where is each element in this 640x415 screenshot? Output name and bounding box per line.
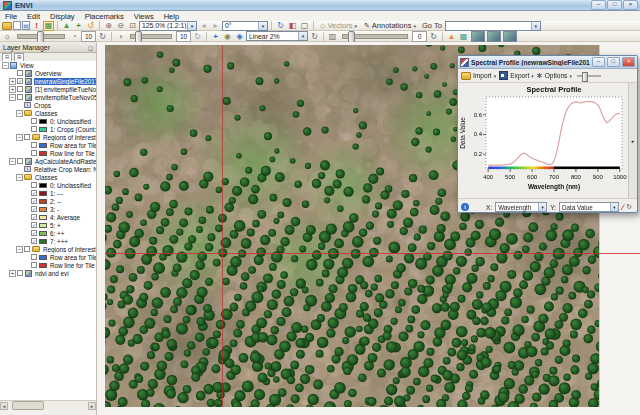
layer-checkbox[interactable]: ✓ <box>31 198 37 204</box>
layer-tree-item[interactable]: ✓5: + <box>0 221 96 229</box>
spectral-close-icon[interactable]: × <box>622 57 635 67</box>
pin-icon[interactable]: ◻ <box>88 44 93 51</box>
contrast-slider[interactable] <box>130 34 172 39</box>
zoom-next-icon[interactable]: ▸ <box>210 21 221 31</box>
vectors-button[interactable]: ◇Vectors▾ <box>317 21 360 30</box>
transparency-slider-thumb[interactable] <box>348 31 355 43</box>
edit-plot-pencil-icon[interactable]: ∕ <box>622 203 623 212</box>
chevron-down-icon[interactable]: ▾ <box>298 32 307 40</box>
expander-minus-icon[interactable]: − <box>2 62 9 69</box>
layer-checkbox[interactable]: ✓ <box>31 190 37 196</box>
maximize-icon[interactable]: □ <box>607 0 622 10</box>
zoom-level-combo[interactable]: 125.0% (1.2:1)▾ <box>139 21 197 31</box>
layer-tree-item[interactable]: Row line for Tile 1 <box>0 261 96 269</box>
pan-tool-icon[interactable]: + <box>73 21 84 31</box>
import-button[interactable]: Import ▾ <box>461 72 496 80</box>
expander-minus-icon[interactable]: − <box>16 174 23 181</box>
layer-tree-item[interactable]: Overview <box>0 69 96 77</box>
zoom-out-icon[interactable]: ⊖ <box>115 21 126 31</box>
x-axis-select[interactable]: Wavelength ▾ <box>495 202 547 212</box>
layer-tree-item[interactable]: −Classes <box>0 173 96 181</box>
layer-checkbox[interactable] <box>17 70 23 76</box>
y-axis-select[interactable]: Data Value ▾ <box>559 202 619 212</box>
layer-checkbox[interactable]: ✓ <box>31 206 37 212</box>
rotation-combo[interactable]: 0°▾ <box>222 21 268 31</box>
transparency-slider[interactable] <box>342 34 408 39</box>
tree-horizontal-scrollbar[interactable]: ◂ ▸ <box>0 400 96 410</box>
chevron-down-icon[interactable]: ▾ <box>531 22 540 30</box>
refresh-plot-icon[interactable]: ↻ <box>626 203 632 211</box>
layer-checkbox[interactable]: ✓ <box>31 230 37 236</box>
menu-display[interactable]: Display <box>45 12 80 21</box>
flicker-icon[interactable]: ◧ <box>287 21 298 31</box>
scroll-right-icon[interactable]: ▸ <box>88 402 96 410</box>
contrast-slider-thumb[interactable] <box>135 31 142 43</box>
transparency-icon[interactable]: ▨ <box>327 31 338 41</box>
fly-tool-icon[interactable]: ▲ <box>61 21 72 31</box>
layer-checkbox[interactable] <box>31 150 37 156</box>
plot-side-gutter[interactable]: ▸ <box>628 83 637 198</box>
layer-tree-item[interactable]: −AgCalculateAndRasterizeCr... <box>0 157 96 165</box>
zoom-prev-icon[interactable]: ◂ <box>198 21 209 31</box>
minimize-icon[interactable]: – <box>591 0 606 10</box>
brightness-slider[interactable] <box>17 34 65 39</box>
menu-file[interactable]: File <box>0 12 22 21</box>
info-icon[interactable]: i <box>461 203 469 211</box>
layer-tree-item[interactable]: +ndvi and evi <box>0 269 96 277</box>
layer-checkbox[interactable] <box>17 158 23 164</box>
layer-tree-item[interactable]: 0: Unclassified <box>0 181 96 189</box>
menu-placemarks[interactable]: Placemarks <box>80 12 129 21</box>
layer-tree-item[interactable]: +✓newrawSingleFile20170726112903_ <box>0 77 96 85</box>
layer-tree-item[interactable]: ✓2: -- <box>0 197 96 205</box>
expander-plus-icon[interactable]: + <box>9 78 16 85</box>
expander-minus-icon[interactable]: − <box>16 134 23 141</box>
layer-checkbox[interactable] <box>24 246 30 252</box>
expander-minus-icon[interactable]: − <box>9 158 16 165</box>
layer-tree-item[interactable]: 0: Unclassified <box>0 117 96 125</box>
layer-checkbox[interactable] <box>24 134 30 140</box>
menu-views[interactable]: Views <box>129 12 159 21</box>
layer-tree-item[interactable]: −Classes <box>0 109 96 117</box>
layer-checkbox[interactable] <box>31 182 37 188</box>
layer-checkbox[interactable]: ✓ <box>31 214 37 220</box>
annotations-button[interactable]: ✎Annotations▾ <box>361 21 419 30</box>
image-display-icon[interactable]: ▦ <box>43 21 54 31</box>
layer-tree-item[interactable]: Crops <box>0 101 96 109</box>
ramp-icon[interactable]: ▲ <box>446 31 457 41</box>
layer-checkbox[interactable] <box>31 126 37 132</box>
layer-tree-item[interactable]: ✓7: +++ <box>0 237 96 245</box>
expander-minus-icon[interactable]: − <box>16 246 23 253</box>
contrast-icon[interactable]: ◑ <box>115 31 126 41</box>
layer-checkbox[interactable]: ✓ <box>31 238 37 244</box>
layer-tree-item[interactable]: −envitempfileTueNov0520434... <box>0 93 96 101</box>
brightness-slider-thumb[interactable] <box>37 31 44 43</box>
layer-tree-item[interactable]: Row area for Tile 1 <box>0 141 96 149</box>
layer-tree-item[interactable]: +[1] envitempfileTueNov0520... <box>0 85 96 93</box>
expander-minus-icon[interactable]: − <box>16 110 23 117</box>
portal-thumb-3[interactable] <box>503 31 517 42</box>
spectral-scale-slider[interactable] <box>577 75 601 77</box>
layer-checkbox[interactable] <box>17 86 23 92</box>
layer-checkbox[interactable] <box>17 94 23 100</box>
layer-tree-item[interactable]: ✓6: ++ <box>0 229 96 237</box>
crosshair-icon[interactable]: + <box>210 31 221 41</box>
refresh-display-icon[interactable]: ↻ <box>275 21 286 31</box>
scroll-left-icon[interactable]: ◂ <box>0 402 8 410</box>
spectral-maximize-icon[interactable]: □ <box>607 57 620 67</box>
portal-thumb-2[interactable] <box>487 31 501 42</box>
data-manager-icon[interactable]: ▤ <box>22 21 30 30</box>
monitor-icon[interactable]: ▢ <box>299 21 310 31</box>
alert-icon[interactable]: ! <box>31 21 42 31</box>
contrast-reset-icon[interactable]: ↻ <box>192 31 203 41</box>
spectral-title-bar[interactable]: Spectral Profile (newrawSingleFile201707… <box>458 56 637 69</box>
layer-tree-item[interactable]: Row area for Tile 1 <box>0 253 96 261</box>
menu-help[interactable]: Help <box>159 12 184 21</box>
chevron-down-icon[interactable]: ▾ <box>258 22 267 30</box>
options-button[interactable]: ✱ Options ▾ <box>537 72 572 80</box>
export-button[interactable]: Export ▾ <box>499 71 534 80</box>
spectral-minimize-icon[interactable]: – <box>592 57 605 67</box>
chevron-down-icon[interactable]: ▾ <box>187 22 196 30</box>
expander-minus-icon[interactable]: − <box>9 94 16 101</box>
open-file-icon[interactable] <box>2 22 12 30</box>
layer-checkbox[interactable]: ✓ <box>31 222 37 228</box>
